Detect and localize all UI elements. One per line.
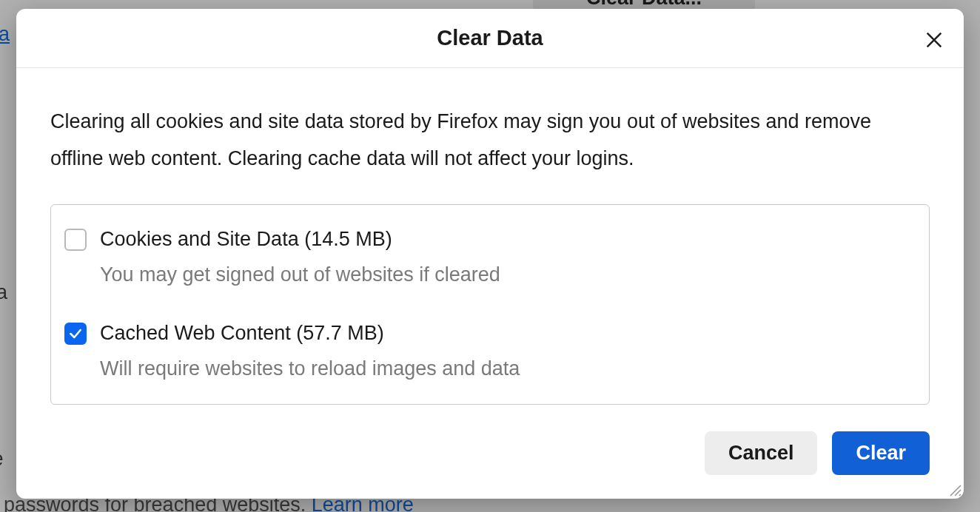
cached-checkbox[interactable]	[64, 323, 87, 345]
option-cookies-site-data: Cookies and Site Data (14.5 MB) You may …	[64, 226, 916, 289]
cancel-button[interactable]: Cancel	[705, 431, 818, 475]
checkmark-icon	[68, 326, 83, 341]
cached-option-description: Will require websites to reload images a…	[100, 355, 916, 383]
cached-option-label[interactable]: Cached Web Content (57.7 MB)	[100, 320, 916, 348]
close-button[interactable]	[921, 27, 947, 53]
option-text-group: Cached Web Content (57.7 MB) Will requir…	[100, 320, 916, 383]
cookies-option-label[interactable]: Cookies and Site Data (14.5 MB)	[100, 226, 916, 254]
cookies-checkbox[interactable]	[64, 229, 87, 251]
cookies-option-description: You may get signed out of websites if cl…	[100, 261, 916, 289]
options-container: Cookies and Site Data (14.5 MB) You may …	[50, 204, 930, 405]
dialog-header: Clear Data	[16, 9, 964, 68]
option-text-group: Cookies and Site Data (14.5 MB) You may …	[100, 226, 916, 289]
clear-data-dialog: Clear Data Clearing all cookies and site…	[16, 9, 964, 499]
dialog-description: Clearing all cookies and site data store…	[50, 104, 930, 178]
close-icon	[924, 30, 944, 50]
option-cached-web-content: Cached Web Content (57.7 MB) Will requir…	[64, 320, 916, 383]
clear-button[interactable]: Clear	[832, 431, 930, 475]
dialog-footer: Cancel Clear	[16, 420, 964, 475]
dialog-body: Clearing all cookies and site data store…	[16, 68, 964, 420]
dialog-title: Clear Data	[437, 26, 543, 50]
resize-handle-icon[interactable]	[947, 482, 962, 497]
